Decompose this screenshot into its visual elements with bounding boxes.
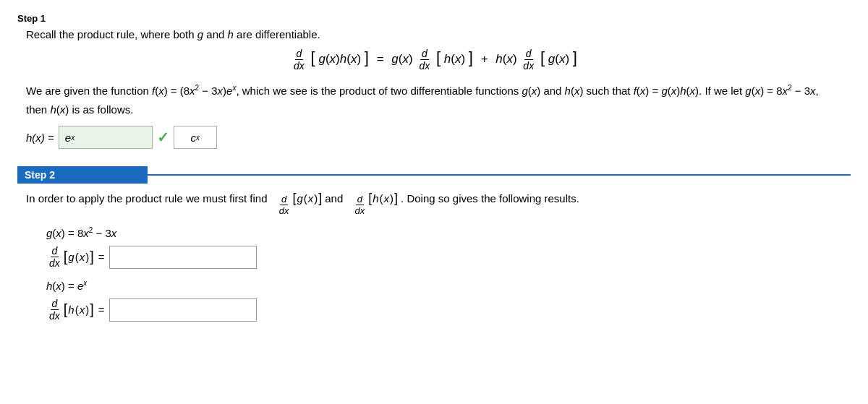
product-rule-formula: d dx [ g(x)h(x) ] = g(x) d dx [ h(x) ] +…: [17, 48, 851, 72]
d-hx-row: d dx [ h(x) ] =: [46, 298, 822, 322]
d-hx-input[interactable]: [109, 298, 257, 322]
d-gx-inline: d dx [ g(x) ]: [276, 191, 323, 216]
and-text-2: and: [325, 192, 343, 205]
hx-answer-row: h(x) = ex ✓ cx: [26, 126, 842, 149]
suggestion-box[interactable]: cx: [174, 126, 217, 149]
step1-label: Step 1: [17, 13, 851, 24]
g-var: g: [197, 28, 203, 40]
gx-equation: g(x) = 8x2 − 3x: [46, 226, 822, 239]
d-gx-input[interactable]: [109, 246, 257, 269]
d-dx-frac-gx: d dx [ g(x) ]: [46, 245, 94, 269]
d-dx-frac-left: d dx: [292, 48, 306, 72]
step2-section: Step 2 In order to apply the product rul…: [17, 166, 851, 322]
hx-equation: h(x) = ex: [46, 279, 822, 292]
step2-divider: [148, 174, 851, 176]
step2-header-row: Step 2: [17, 166, 851, 184]
given-text: We are given the function f(x) = (8x2 − …: [26, 82, 842, 119]
h-var: h: [228, 28, 234, 40]
hx-block: h(x) = ex d dx [ h(x) ] =: [46, 279, 822, 322]
gx-block: g(x) = 8x2 − 3x d dx [ g(x) ] =: [46, 226, 822, 269]
step1-section: Step 1 Recall the product rule, where bo…: [17, 13, 851, 149]
d-dx-frac-hx: d dx [ h(x) ]: [46, 298, 94, 322]
d-gx-row: d dx [ g(x) ] =: [46, 245, 822, 269]
hx-answer-box[interactable]: ex: [59, 126, 153, 149]
hx-label: h(x) =: [26, 132, 54, 144]
recall-text: Recall the product rule, where both g an…: [26, 28, 851, 40]
step2-label: Step 2: [17, 166, 148, 184]
check-icon: ✓: [157, 129, 169, 146]
d-dx-frac-right: d dx: [522, 48, 535, 72]
d-dx-frac-mid: d dx: [417, 48, 431, 72]
d-hx-inline: d dx [ h(x) ]: [352, 191, 398, 216]
step2-intro: In order to apply the product rule we mu…: [26, 191, 842, 216]
and-text: and: [206, 28, 224, 40]
